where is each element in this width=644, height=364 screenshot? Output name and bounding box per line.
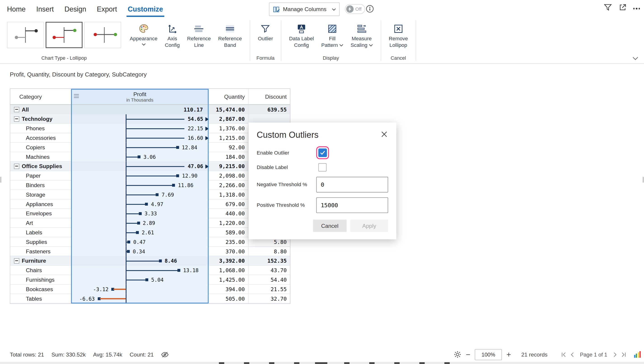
table-row[interactable]: Bookcases -3.12 394.00 21.55 [10, 285, 290, 294]
profit-cell[interactable]: 16.60 [71, 133, 208, 143]
discount-cell[interactable]: 152.35 [248, 256, 290, 266]
quantity-cell[interactable]: 184.00 [208, 152, 248, 162]
category-column-header[interactable]: Category [10, 89, 71, 104]
category-cell[interactable]: All [10, 105, 71, 114]
quantity-column-header[interactable]: Quantity [208, 89, 248, 104]
apply-button[interactable]: Apply [350, 220, 388, 232]
table-row[interactable]: Storage 7.69 1,318.00 [10, 190, 290, 200]
quantity-cell[interactable]: 1,318.00 [208, 190, 248, 200]
profit-cell[interactable]: 12.90 [71, 171, 208, 180]
table-row[interactable]: Furnishings 5.04 1,425.00 54.40 [10, 275, 290, 285]
collapse-toggle-icon[interactable] [14, 107, 20, 112]
category-cell[interactable]: Labels [10, 228, 71, 237]
zoom-level[interactable]: 100% [475, 349, 502, 360]
category-cell[interactable]: Machines [10, 152, 71, 162]
collapse-toggle-icon[interactable] [14, 258, 20, 264]
category-cell[interactable]: Furnishings [10, 275, 71, 285]
next-page-icon[interactable] [612, 352, 618, 357]
tab-home[interactable]: Home [7, 5, 26, 13]
reference-line-button[interactable]: Reference Line [184, 22, 214, 48]
table-row[interactable]: Tables -6.63 505.00 32.70 [10, 294, 290, 304]
quantity-cell[interactable]: 235.00 [208, 237, 248, 247]
quantity-cell[interactable]: 1,215.00 [208, 133, 248, 143]
quantity-cell[interactable]: 394.00 [208, 285, 248, 294]
profit-cell[interactable]: 3.33 [71, 209, 208, 218]
quantity-cell[interactable]: 1,376.00 [208, 124, 248, 133]
table-row[interactable]: Furniture 8.46 3,392.00 152.35 [10, 256, 290, 266]
last-page-icon[interactable] [621, 352, 626, 357]
disable-label-checkbox[interactable] [318, 163, 326, 171]
profit-cell[interactable]: 13.18 [71, 266, 208, 275]
filter-icon[interactable] [604, 4, 612, 11]
profit-cell[interactable]: 0.34 [71, 247, 208, 256]
category-cell[interactable]: Art [10, 218, 71, 228]
outlier-button[interactable]: Outlier [255, 22, 276, 42]
appearance-button[interactable]: Appearance [127, 22, 160, 46]
measure-scaling-button[interactable]: Measure Scaling [348, 22, 376, 48]
eye-off-icon[interactable] [161, 351, 169, 357]
discount-column-header[interactable]: Discount [248, 89, 290, 104]
profit-cell[interactable]: -6.63 [71, 294, 208, 304]
profit-cell[interactable]: 5.04 [71, 275, 208, 285]
quantity-cell[interactable]: 2,098.00 [208, 171, 248, 180]
profit-cell[interactable]: 4.97 [71, 200, 208, 209]
power-toggle[interactable]: Off [345, 4, 365, 14]
discount-cell[interactable]: 639.55 [248, 105, 290, 114]
negative-threshold-input[interactable] [316, 177, 388, 193]
settings-gear-icon[interactable] [454, 351, 461, 358]
table-row[interactable]: Binders 11.86 2,266.00 [10, 180, 290, 190]
profit-cell[interactable]: 7.69 [71, 190, 208, 200]
profit-cell[interactable]: 22.15 [71, 124, 208, 133]
info-icon[interactable] [366, 5, 374, 15]
chart-type-option-1[interactable] [7, 22, 44, 48]
discount-cell[interactable]: 54.40 [248, 275, 290, 285]
profit-cell[interactable]: 2.89 [71, 218, 208, 228]
positive-threshold-input[interactable] [316, 197, 388, 213]
category-cell[interactable]: Furniture [10, 256, 71, 266]
profit-column-header[interactable]: Profit in Thousands [71, 89, 208, 104]
zoom-in-button[interactable]: + [506, 351, 511, 358]
table-row[interactable]: Art 2.89 1,220.00 [10, 218, 290, 228]
profit-cell[interactable]: 8.46 [71, 256, 208, 266]
table-row[interactable]: Machines 3.06 184.00 [10, 152, 290, 162]
collapse-toggle-icon[interactable] [14, 163, 20, 169]
tab-insert[interactable]: Insert [36, 5, 54, 13]
table-row[interactable]: Envelopes 3.33 440.00 [10, 209, 290, 218]
profit-cell[interactable]: 11.86 [71, 180, 208, 190]
profit-cell[interactable]: 3.06 [71, 152, 208, 162]
quantity-cell[interactable]: 2,266.00 [208, 180, 248, 190]
discount-cell[interactable]: 8.80 [248, 247, 290, 256]
chart-type-option-2-selected[interactable] [46, 22, 83, 48]
table-row[interactable]: Accessories 16.60 1,215.00 [10, 133, 290, 143]
category-cell[interactable]: Phones [10, 124, 71, 133]
manage-columns-button[interactable]: Manage Columns [269, 3, 340, 16]
category-cell[interactable]: Fasteners [10, 247, 71, 256]
profit-cell[interactable]: 47.06 [71, 161, 208, 171]
cancel-button[interactable]: Cancel [313, 220, 347, 232]
category-cell[interactable]: Appliances [10, 200, 71, 209]
quantity-cell[interactable]: 679.00 [208, 200, 248, 209]
quantity-cell[interactable]: 505.00 [208, 294, 248, 304]
table-row[interactable]: Labels 2.61 589.00 [10, 228, 290, 237]
discount-cell[interactable]: 43.70 [248, 266, 290, 275]
category-cell[interactable]: Office Supplies [10, 161, 71, 171]
close-icon[interactable] [380, 130, 388, 140]
category-cell[interactable]: Supplies [10, 237, 71, 247]
prev-page-icon[interactable] [570, 352, 575, 357]
profit-cell[interactable]: 0.47 [71, 237, 208, 247]
quantity-cell[interactable]: 370.00 [208, 247, 248, 256]
table-row[interactable]: Technology 54.65 2,867.00 [10, 114, 290, 124]
quantity-cell[interactable]: 2,867.00 [208, 114, 248, 124]
category-cell[interactable]: Copiers [10, 143, 71, 152]
tab-customize[interactable]: Customize [128, 5, 163, 13]
more-options-icon[interactable] [633, 6, 640, 9]
table-row[interactable]: All 110.17 15,474.00 639.55 [10, 105, 290, 114]
discount-cell[interactable]: 32.70 [248, 294, 290, 304]
axis-config-button[interactable]: Axis Config [162, 22, 182, 48]
quantity-cell[interactable]: 440.00 [208, 209, 248, 218]
category-cell[interactable]: Envelopes [10, 209, 71, 218]
chart-type-option-3[interactable] [84, 22, 121, 48]
profit-cell[interactable]: 2.61 [71, 228, 208, 237]
quantity-cell[interactable]: 589.00 [208, 228, 248, 237]
profit-cell[interactable]: 110.17 [71, 105, 208, 114]
